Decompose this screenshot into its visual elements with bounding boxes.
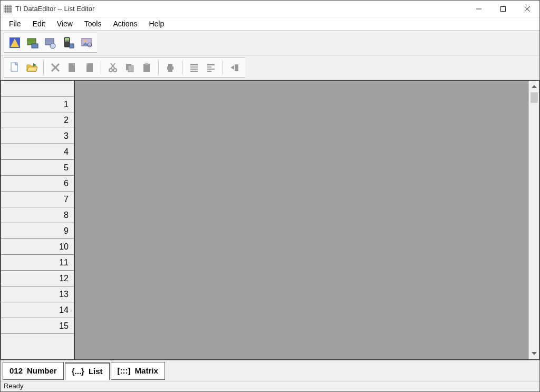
svg-rect-52 — [235, 64, 238, 71]
scroll-up-icon[interactable] — [531, 83, 538, 90]
tab-label: Matrix — [135, 366, 158, 375]
row-header[interactable]: 4 — [1, 144, 74, 160]
delete-button[interactable] — [48, 60, 63, 75]
grid-cells-empty[interactable] — [75, 81, 528, 359]
svg-rect-41 — [128, 65, 133, 72]
top-toolbar — [1, 30, 539, 55]
format-left-button[interactable] — [187, 60, 201, 75]
svg-rect-21 — [68, 41, 69, 42]
row-header[interactable]: 3 — [1, 128, 74, 144]
svg-marker-55 — [532, 352, 537, 355]
toolbar-separator — [101, 61, 101, 74]
tab-label: Number — [27, 366, 57, 375]
grid-area: 1 2 3 4 5 6 7 8 9 10 11 12 13 14 15 — [1, 80, 539, 360]
tabbar: 012 Number {...} List [:::] Matrix — [1, 360, 539, 381]
minimize-button[interactable] — [467, 1, 491, 17]
toolbar-separator — [43, 61, 44, 74]
row-header[interactable]: 7 — [1, 192, 74, 207]
svg-rect-18 — [65, 38, 69, 41]
page-next-button[interactable] — [82, 60, 97, 75]
calculator-link-button[interactable] — [61, 35, 76, 50]
braces-icon: {...} — [72, 367, 84, 376]
svg-marker-54 — [532, 85, 537, 88]
scroll-thumb[interactable] — [531, 92, 538, 103]
svg-rect-19 — [65, 41, 66, 42]
svg-rect-20 — [66, 41, 68, 42]
svg-rect-50 — [207, 69, 215, 70]
scroll-down-icon[interactable] — [531, 350, 538, 357]
svg-rect-43 — [145, 63, 148, 65]
maximize-button[interactable] — [491, 1, 515, 17]
edit-toolbar-group — [4, 58, 245, 78]
svg-rect-45 — [190, 66, 198, 68]
open-button[interactable] — [24, 60, 39, 75]
svg-marker-53 — [230, 65, 234, 70]
vertical-scrollbar[interactable] — [528, 81, 539, 359]
window-controls — [467, 1, 539, 17]
close-button[interactable] — [515, 1, 539, 17]
svg-point-36 — [109, 69, 112, 72]
row-header[interactable]: 13 — [1, 286, 74, 302]
menu-tools[interactable]: Tools — [79, 18, 107, 29]
row-header[interactable]: 11 — [1, 255, 74, 271]
svg-rect-51 — [207, 71, 211, 72]
app-explorer-button[interactable] — [7, 35, 22, 50]
status-text: Ready — [4, 382, 24, 390]
svg-point-16 — [50, 43, 55, 49]
page-prev-button[interactable] — [65, 60, 80, 75]
svg-rect-49 — [207, 66, 211, 68]
row-header[interactable]: 14 — [1, 302, 74, 318]
cut-button[interactable] — [105, 60, 120, 75]
svg-rect-22 — [70, 44, 74, 48]
corner-cell[interactable] — [1, 81, 74, 97]
toolbar-separator — [223, 61, 223, 74]
svg-point-37 — [113, 69, 117, 72]
tab-number[interactable]: 012 Number — [3, 362, 64, 380]
menu-edit[interactable]: Edit — [27, 18, 51, 29]
menu-actions[interactable]: Actions — [108, 18, 142, 29]
row-header[interactable]: 10 — [1, 239, 74, 255]
tab-list[interactable]: {...} List — [65, 362, 110, 380]
row-header[interactable]: 2 — [1, 112, 74, 128]
screen-capture-button[interactable] — [25, 35, 40, 50]
row-header[interactable]: 9 — [1, 223, 74, 239]
matrix-icon: [:::] — [118, 366, 131, 375]
image-capture-button[interactable] — [79, 35, 94, 50]
menubar: File Edit View Tools Actions Help — [1, 17, 539, 30]
menu-file[interactable]: File — [4, 18, 26, 29]
device-explorer-button[interactable] — [43, 35, 58, 50]
top-toolbar-group — [4, 33, 97, 53]
statusbar: Ready — [1, 381, 539, 391]
number-icon: 012 — [9, 366, 23, 375]
menu-help[interactable]: Help — [143, 18, 169, 29]
send-button[interactable] — [227, 60, 242, 75]
window-title: TI DataEditor -- List Editor — [15, 5, 467, 13]
row-header[interactable]: 12 — [1, 271, 74, 286]
svg-rect-47 — [190, 71, 198, 72]
tab-matrix[interactable]: [:::] Matrix — [111, 362, 165, 380]
print-button[interactable] — [163, 60, 178, 75]
edit-toolbar — [1, 55, 539, 80]
toolbar-separator — [182, 61, 182, 74]
row-header[interactable]: 15 — [1, 318, 74, 334]
format-right-button[interactable] — [204, 60, 218, 75]
toolbar-separator — [158, 61, 159, 74]
row-number-column: 1 2 3 4 5 6 7 8 9 10 11 12 13 14 15 — [1, 81, 75, 359]
copy-button[interactable] — [122, 60, 137, 75]
menu-view[interactable]: View — [52, 18, 78, 29]
svg-rect-48 — [207, 64, 215, 65]
row-header[interactable]: 5 — [1, 160, 74, 176]
row-header[interactable]: 6 — [1, 176, 74, 192]
row-header[interactable]: 8 — [1, 207, 74, 223]
new-button[interactable] — [7, 60, 22, 75]
svg-rect-46 — [190, 69, 198, 70]
svg-rect-8 — [501, 6, 506, 11]
row-header[interactable]: 1 — [1, 97, 74, 112]
tab-label: List — [89, 367, 103, 376]
titlebar: TI DataEditor -- List Editor — [1, 1, 539, 17]
svg-rect-34 — [86, 63, 93, 72]
svg-rect-44 — [190, 64, 198, 65]
app-icon — [4, 5, 12, 13]
svg-rect-42 — [143, 64, 150, 72]
paste-button[interactable] — [139, 60, 154, 75]
